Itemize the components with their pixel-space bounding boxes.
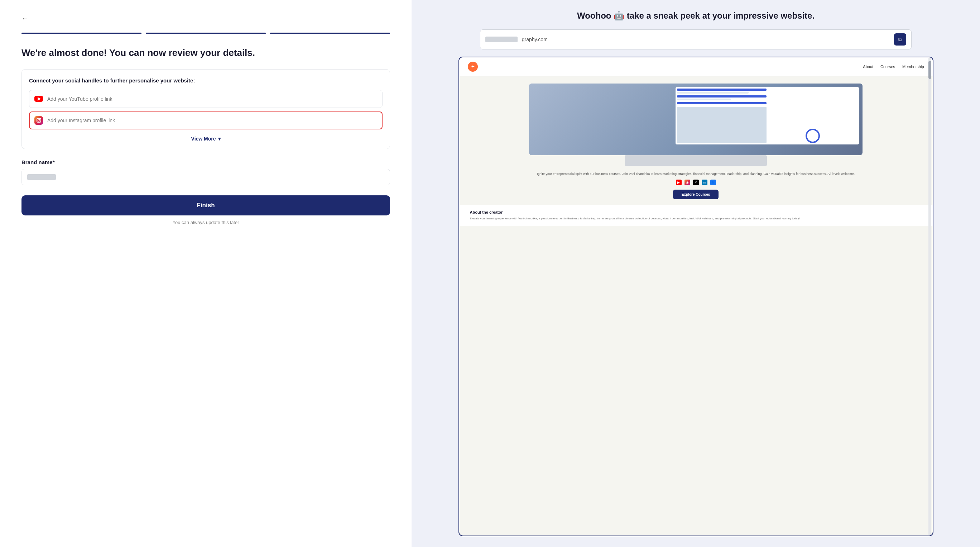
progress-segment-1 <box>21 33 142 34</box>
progress-bar <box>21 33 390 34</box>
instagram-icon <box>34 116 43 125</box>
right-panel: Woohoo 🤖 take a sneak peek at your impre… <box>412 0 980 547</box>
preview-fb-icon: f <box>710 180 716 185</box>
instagram-input[interactable] <box>47 118 377 123</box>
preview-social-icons: ▶ ◉ ✕ in f <box>676 180 716 185</box>
view-more-label: View More <box>191 136 216 142</box>
preview-logo: ✦ <box>468 62 478 72</box>
youtube-input-row <box>29 90 383 108</box>
preview-yt-icon: ▶ <box>676 180 682 185</box>
preview-about-title: About the creator <box>470 210 922 214</box>
brand-name-group: Brand name* <box>21 159 390 185</box>
right-heading: Woohoo 🤖 take a sneak peek at your impre… <box>577 11 815 21</box>
preview-about-text: Elevate your learning experience with Va… <box>470 217 922 221</box>
back-button[interactable]: ← <box>21 14 29 22</box>
preview-hero <box>459 77 933 155</box>
progress-segment-3 <box>270 33 390 34</box>
youtube-input[interactable] <box>47 96 377 102</box>
chevron-down-icon: ▾ <box>218 136 221 142</box>
nav-link-membership: Membership <box>902 65 924 69</box>
website-preview: ✦ About Courses Membership <box>458 57 934 536</box>
url-bar: .graphy.com ⧉ <box>480 29 912 49</box>
left-panel: ← We're almost done! You can now review … <box>0 0 412 547</box>
view-more-button[interactable]: View More ▾ <box>29 133 383 142</box>
preview-laptop-image <box>529 83 863 155</box>
nav-link-courses: Courses <box>880 65 895 69</box>
preview-scrollbar-thumb[interactable] <box>928 61 931 79</box>
preview-description: Ignite your entrepreneurial spirit with … <box>523 167 869 180</box>
instagram-input-row <box>29 112 383 129</box>
laptop-screen-content <box>676 87 859 144</box>
social-card: Connect your social handles to further p… <box>21 69 390 149</box>
preview-scrollbar-track <box>928 57 931 536</box>
finish-button[interactable]: Finish <box>21 195 390 215</box>
brand-name-input[interactable] <box>21 169 390 185</box>
url-suffix: .graphy.com <box>520 37 891 42</box>
page-title: We're almost done! You can now review yo… <box>21 47 390 59</box>
preview-li-icon: in <box>702 180 708 185</box>
preview-nav: ✦ About Courses Membership <box>459 57 933 77</box>
footer-note: You can always update this later <box>21 220 390 225</box>
social-card-title: Connect your social handles to further p… <box>29 77 383 84</box>
preview-x-icon: ✕ <box>693 180 699 185</box>
preview-body: Ignite your entrepreneurial spirit with … <box>459 77 933 536</box>
preview-about-section: About the creator Elevate your learning … <box>459 205 933 226</box>
brand-name-label: Brand name* <box>21 159 390 165</box>
preview-cta-button[interactable]: Explore Courses <box>673 190 719 199</box>
progress-segment-2 <box>146 33 266 34</box>
url-username-placeholder <box>485 37 517 42</box>
preview-ig-icon: ◉ <box>684 180 690 185</box>
preview-sub-image <box>625 155 767 166</box>
preview-nav-links: About Courses Membership <box>863 65 924 69</box>
preview-laptop <box>529 83 863 155</box>
nav-link-about: About <box>863 65 873 69</box>
url-copy-button[interactable]: ⧉ <box>894 33 906 46</box>
youtube-icon <box>34 95 43 103</box>
